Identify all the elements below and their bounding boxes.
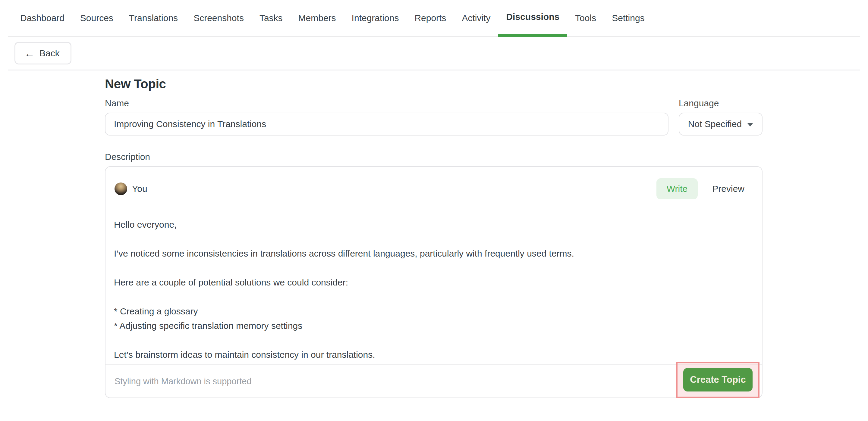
name-label: Name — [105, 98, 669, 108]
language-label: Language — [679, 98, 763, 108]
name-field-group: Name — [105, 98, 669, 135]
description-editor-card: You Write Preview Hello everyone, I’ve n… — [105, 166, 763, 398]
tab-members[interactable]: Members — [290, 0, 344, 36]
description-textarea[interactable]: Hello everyone, I’ve noticed some incons… — [105, 199, 762, 364]
top-nav: Dashboard Sources Translations Screensho… — [0, 0, 868, 37]
language-dropdown-value: Not Specified — [688, 119, 742, 129]
tab-reports[interactable]: Reports — [407, 0, 454, 36]
description-label: Description — [105, 152, 763, 162]
topic-name-input[interactable] — [105, 112, 669, 135]
author: You — [115, 183, 147, 195]
tab-sources[interactable]: Sources — [72, 0, 121, 36]
tab-tools[interactable]: Tools — [567, 0, 604, 36]
divider — [8, 70, 860, 70]
editor-header: You Write Preview — [105, 167, 762, 199]
editor-tabs: Write Preview — [656, 178, 753, 199]
language-dropdown[interactable]: Not Specified — [679, 112, 763, 135]
new-topic-form: New Topic Name Language Not Specified De… — [105, 77, 763, 398]
back-button[interactable]: ← Back — [14, 42, 71, 64]
tab-settings[interactable]: Settings — [604, 0, 652, 36]
tab-tasks[interactable]: Tasks — [252, 0, 290, 36]
tab-write[interactable]: Write — [656, 178, 698, 199]
annotation-highlight-box: Create Topic — [676, 362, 760, 398]
main-tabs: Dashboard Sources Translations Screensho… — [0, 0, 868, 36]
tab-discussions[interactable]: Discussions — [498, 0, 567, 37]
author-name: You — [132, 184, 147, 194]
editor-footer: Styling with Markdown is supported Creat… — [105, 364, 762, 397]
language-field-group: Language Not Specified — [679, 98, 763, 135]
markdown-hint: Styling with Markdown is supported — [115, 377, 252, 386]
tab-screenshots[interactable]: Screenshots — [186, 0, 252, 36]
back-button-label: Back — [39, 48, 60, 58]
chevron-down-icon — [747, 123, 753, 127]
back-row: ← Back — [0, 37, 868, 70]
tab-translations[interactable]: Translations — [121, 0, 186, 36]
tab-activity[interactable]: Activity — [454, 0, 498, 36]
tab-dashboard[interactable]: Dashboard — [12, 0, 72, 36]
create-topic-button[interactable]: Create Topic — [683, 368, 752, 391]
page-title: New Topic — [105, 77, 763, 91]
name-language-row: Name Language Not Specified — [105, 98, 763, 135]
tab-integrations[interactable]: Integrations — [344, 0, 407, 36]
arrow-left-icon: ← — [24, 48, 35, 58]
user-avatar — [115, 183, 127, 195]
tab-preview[interactable]: Preview — [704, 178, 753, 199]
